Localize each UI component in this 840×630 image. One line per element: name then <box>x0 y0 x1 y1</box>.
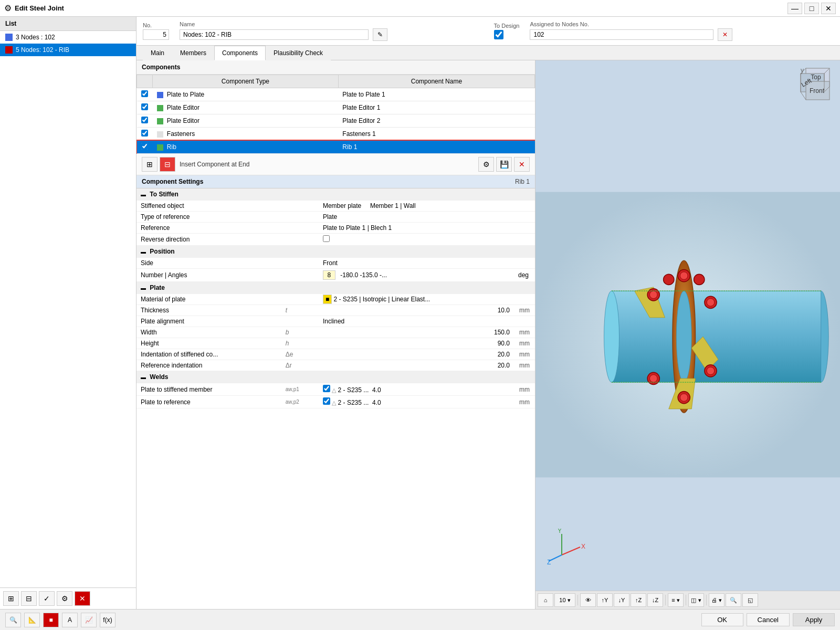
add-item-button[interactable]: ⊞ <box>3 591 19 606</box>
to-design-label: To Design <box>494 23 520 29</box>
height-value: 90.0 <box>319 338 514 349</box>
weld-check-1[interactable] <box>323 385 330 392</box>
svg-text:Z: Z <box>547 559 551 565</box>
comp-check-1[interactable] <box>137 88 153 101</box>
thickness-unit: mm <box>514 305 535 316</box>
close-button[interactable]: ✕ <box>821 3 836 14</box>
side-row: Side Front <box>136 258 535 269</box>
tab-plausibility[interactable]: Plausibility Check <box>266 46 331 60</box>
collapse-position-icon[interactable]: ▬ <box>141 249 146 255</box>
3d-view[interactable]: Top Left Front y <box>536 60 840 609</box>
chart-tool-button[interactable]: 📈 <box>81 613 97 627</box>
comp-row-4[interactable]: Fasteners Fasteners 1 <box>137 128 535 141</box>
collapse-plate-icon[interactable]: ▬ <box>141 285 146 291</box>
comp-save-button[interactable]: 💾 <box>496 157 512 172</box>
ok-button[interactable]: OK <box>701 613 743 626</box>
axis-svg: X Y Z <box>546 529 588 565</box>
collapse-to-stiffen-icon[interactable]: ▬ <box>141 192 146 197</box>
height-label: Height <box>136 338 281 349</box>
formula-tool-button[interactable]: f(x) <box>100 613 116 627</box>
material-value[interactable]: ■ 2 - S235 | Isotropic | Linear Elast... <box>319 294 514 305</box>
apply-button[interactable]: Apply <box>793 613 835 626</box>
search-tool-button[interactable]: 🔍 <box>5 613 21 627</box>
clear-nodes-button[interactable]: ✕ <box>718 28 732 41</box>
comp-type-2: Plate Editor <box>153 101 339 114</box>
view-zoom-button[interactable]: 10 ▾ <box>554 593 575 607</box>
to-design-checkbox[interactable] <box>494 30 503 39</box>
view-home-button[interactable]: ⌂ <box>538 593 553 607</box>
number-angles-value[interactable]: 8 -180.0 -135.0 -... <box>319 269 514 282</box>
comp-check-2[interactable] <box>137 101 153 114</box>
weld-check-2[interactable] <box>323 397 330 405</box>
material-color-btn[interactable]: ■ <box>323 295 332 304</box>
title-bar-left: ⚙ Edit Steel Joint <box>4 3 64 13</box>
content-split: Components Component Type Component Name <box>136 60 840 609</box>
weld-plate-reference-value[interactable]: △ 2 - S235 ... 4.0 <box>319 396 514 408</box>
type-reference-unit <box>514 212 535 223</box>
view-search-button[interactable]: 🔍 <box>726 593 741 607</box>
tab-members[interactable]: Members <box>172 46 214 60</box>
assigned-row: ✕ <box>530 28 834 41</box>
stiffened-object-unit <box>514 201 535 212</box>
list-item-2[interactable]: 5 Nodes: 102 - RIB <box>0 44 136 56</box>
measure-tool-button[interactable]: 📐 <box>24 613 40 627</box>
view-up-z-button[interactable]: ↑Z <box>631 593 646 607</box>
group-welds: ▬ Welds <box>136 371 535 383</box>
comp-row-5[interactable]: Rib Rib 1 <box>137 141 535 154</box>
tab-components[interactable]: Components <box>214 46 266 60</box>
comp-check-5[interactable] <box>137 141 153 154</box>
view-layout-button[interactable]: ◱ <box>742 593 758 607</box>
comp-row-2[interactable]: Plate Editor Plate Editor 1 <box>137 101 535 114</box>
view-filter-button[interactable]: ≡ ▾ <box>668 593 684 607</box>
reverse-direction-checkbox[interactable] <box>323 235 330 242</box>
comp-add-button[interactable]: ⊞ <box>142 157 158 172</box>
view-down-y-button[interactable]: ↓Y <box>614 593 629 607</box>
name-input[interactable] <box>180 29 369 40</box>
no-input[interactable] <box>143 29 169 40</box>
cancel-button[interactable]: Cancel <box>747 613 790 626</box>
width-value: 150.0 <box>319 327 514 338</box>
svg-text:X: X <box>581 543 585 550</box>
tab-main[interactable]: Main <box>143 46 172 60</box>
main-layout: List 3 Nodes : 102 5 Nodes: 102 - RIB ⊞ … <box>0 17 840 609</box>
svg-point-31 <box>707 299 715 307</box>
view-up-y-button[interactable]: ↑Y <box>597 593 613 607</box>
comp-check-4[interactable] <box>137 128 153 141</box>
remove-item-button[interactable]: ⊟ <box>21 591 37 606</box>
nodes-input[interactable] <box>530 29 713 40</box>
view-eye-button[interactable]: 👁 <box>580 593 596 607</box>
material-symbol <box>281 294 319 305</box>
view-cube[interactable]: Top Left Front y <box>798 66 835 104</box>
view-down-z-button[interactable]: ↓Z <box>647 593 663 607</box>
comp-settings-button[interactable]: ⚙ <box>478 157 494 172</box>
type-reference-symbol <box>281 212 319 223</box>
view-toolbar: ⌂ 10 ▾ 👁 ↑Y ↓Y ↑Z ↓Z ≡ ▾ ◫ ▾ 🖨 ▾ 🔍 ◱ <box>536 591 840 609</box>
group-plate: ▬ Plate <box>136 282 535 294</box>
check-item-button[interactable]: ✓ <box>39 591 55 606</box>
reverse-direction-symbol <box>281 234 319 246</box>
title-bar-controls[interactable]: — □ ✕ <box>788 3 836 14</box>
comp-row-1[interactable]: Plate to Plate Plate to Plate 1 <box>137 88 535 101</box>
text-tool-button[interactable]: A <box>62 613 78 627</box>
view-frame-button[interactable]: ◫ ▾ <box>688 593 704 607</box>
view-print-button[interactable]: 🖨 ▾ <box>709 593 724 607</box>
width-symbol: b <box>281 327 319 338</box>
red-tool-button[interactable]: ■ <box>43 613 59 627</box>
angles-yellow-value[interactable]: 8 <box>323 270 335 280</box>
comp-row-3[interactable]: Plate Editor Plate Editor 2 <box>137 114 535 128</box>
reverse-direction-value[interactable] <box>319 234 514 246</box>
thickness-symbol: t <box>281 305 319 316</box>
name-col-header: Component Name <box>338 75 534 88</box>
weld-plate-stiffened-value[interactable]: △ 2 - S235 ... 4.0 <box>319 383 514 396</box>
comp-check-3[interactable] <box>137 114 153 128</box>
maximize-button[interactable]: □ <box>804 3 819 14</box>
list-item-1[interactable]: 3 Nodes : 102 <box>0 31 136 44</box>
collapse-welds-icon[interactable]: ▬ <box>141 374 146 380</box>
edit-name-button[interactable]: ✎ <box>373 28 387 41</box>
comp-insert-button[interactable]: ⊟ <box>160 157 175 172</box>
minimize-button[interactable]: — <box>788 3 802 14</box>
delete-item-button[interactable]: ✕ <box>75 591 90 606</box>
settings-item-button[interactable]: ⚙ <box>57 591 72 606</box>
comp-delete-button[interactable]: ✕ <box>514 157 530 172</box>
material-unit <box>514 294 535 305</box>
